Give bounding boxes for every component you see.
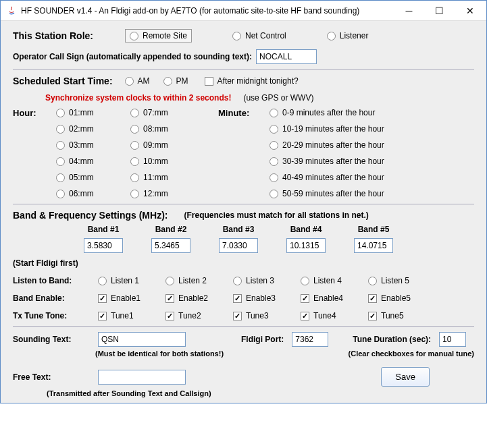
band-header-row: Band & Frequency Settings (MHz): (Freque… bbox=[13, 210, 474, 221]
save-button[interactable]: Save bbox=[381, 367, 430, 387]
enable-2[interactable]: Enable2 bbox=[165, 293, 233, 303]
hour-08[interactable]: 08:mm bbox=[130, 124, 218, 134]
enable-1[interactable]: Enable1 bbox=[98, 293, 165, 303]
tune-1[interactable]: Tune1 bbox=[98, 311, 165, 320]
minimize-button[interactable]: ─ bbox=[394, 1, 424, 20]
tune-4[interactable]: Tune4 bbox=[301, 311, 368, 320]
checkbox-icon bbox=[98, 312, 107, 320]
role-net-control[interactable]: Net Control bbox=[232, 31, 286, 40]
enable-5[interactable]: Enable5 bbox=[368, 293, 436, 303]
enable-3[interactable]: Enable3 bbox=[233, 293, 301, 303]
fldigi-port-input[interactable] bbox=[292, 332, 328, 347]
min-10-19[interactable]: 10-19 minutes after the hour bbox=[270, 124, 474, 134]
role-remote-label: Remote Site bbox=[143, 31, 187, 40]
hour-02[interactable]: 02:mm bbox=[56, 124, 130, 134]
radio-icon bbox=[270, 173, 278, 182]
band-col-5: Band #5 bbox=[340, 225, 407, 253]
band-columns: Band #1 Band #2 Band #3 Band #4 Band #5 bbox=[13, 225, 474, 253]
tune-2[interactable]: Tune2 bbox=[165, 311, 233, 320]
hour-01[interactable]: 01:mm bbox=[56, 108, 130, 117]
enable-4[interactable]: Enable4 bbox=[301, 293, 368, 303]
free-text-label: Free Text: bbox=[13, 372, 94, 382]
operator-callsign-label: Operator Call Sign (automatically append… bbox=[13, 52, 252, 61]
hour-10[interactable]: 10:mm bbox=[130, 157, 218, 166]
checkbox-icon bbox=[301, 312, 309, 320]
hour-06[interactable]: 06:mm bbox=[56, 189, 130, 198]
scheduled-start-row: Scheduled Start Time: AM PM After midnig… bbox=[13, 76, 474, 86]
tune-5[interactable]: Tune5 bbox=[368, 311, 436, 320]
radio-icon bbox=[130, 190, 139, 198]
hour-09[interactable]: 09:mm bbox=[130, 140, 218, 150]
role-listener[interactable]: Listener bbox=[327, 31, 369, 40]
min-00-09[interactable]: 0-9 minutes after the hour bbox=[270, 108, 474, 117]
tune-duration-label: Tune Duration (sec): bbox=[353, 335, 431, 344]
listen-2[interactable]: Listen 2 bbox=[165, 276, 233, 285]
station-role-label: This Station Role: bbox=[13, 30, 114, 41]
enable-label: Band Enable: bbox=[13, 293, 98, 303]
radio-icon bbox=[270, 157, 278, 166]
sync-row: Synchronize system clocks to within 2 se… bbox=[13, 93, 474, 103]
radio-icon bbox=[130, 109, 139, 117]
hours-col-2: 07:mm 08:mm 09:mm 10:mm 11:mm 12:mm bbox=[130, 108, 218, 198]
close-button[interactable]: ✕ bbox=[455, 1, 485, 20]
listen-3[interactable]: Listen 3 bbox=[233, 276, 301, 285]
free-text-note-row: (Transmitted after Sounding Text and Cal… bbox=[13, 387, 474, 397]
maximize-button[interactable]: ☐ bbox=[424, 1, 455, 20]
radio-icon bbox=[130, 157, 139, 166]
checkbox-icon bbox=[98, 294, 107, 303]
role-net-label: Net Control bbox=[245, 31, 286, 40]
radio-icon bbox=[270, 190, 278, 198]
hour-03[interactable]: 03:mm bbox=[56, 140, 130, 150]
hour-05[interactable]: 05:mm bbox=[56, 173, 130, 182]
checkbox-icon bbox=[368, 294, 377, 303]
operator-callsign-row: Operator Call Sign (automatically append… bbox=[13, 49, 474, 64]
band-2-input[interactable] bbox=[151, 238, 190, 253]
window-title: HF SOUNDER v1.4 - An Fldigi add-on by AE… bbox=[21, 6, 394, 16]
free-text-input[interactable] bbox=[98, 370, 186, 385]
operator-callsign-input[interactable] bbox=[256, 49, 317, 64]
band-4-input[interactable] bbox=[286, 238, 326, 253]
hour-12[interactable]: 12:mm bbox=[130, 189, 218, 198]
listen-4[interactable]: Listen 4 bbox=[301, 276, 368, 285]
checkbox-icon bbox=[205, 77, 213, 86]
minute-label: Minute: bbox=[218, 108, 249, 118]
radio-icon bbox=[163, 77, 172, 86]
checkbox-icon bbox=[165, 312, 174, 320]
radio-icon bbox=[130, 141, 139, 150]
tune-3[interactable]: Tune3 bbox=[233, 311, 301, 320]
hour-label: Hour: bbox=[13, 108, 36, 118]
am-option[interactable]: AM bbox=[125, 76, 150, 86]
radio-icon bbox=[130, 32, 138, 40]
radio-icon bbox=[56, 141, 65, 150]
band-5-input[interactable] bbox=[354, 238, 393, 253]
hour-11[interactable]: 11:mm bbox=[130, 173, 218, 182]
min-30-39[interactable]: 30-39 minutes after the hour bbox=[270, 157, 474, 166]
hour-04[interactable]: 04:mm bbox=[56, 157, 130, 166]
radio-icon bbox=[56, 173, 65, 182]
enable-row: Band Enable: Enable1 Enable2 Enable3 Ena… bbox=[13, 293, 474, 303]
role-remote-site[interactable]: Remote Site bbox=[125, 29, 192, 43]
listen-label: Listen to Band: bbox=[13, 276, 98, 285]
radio-icon bbox=[270, 141, 278, 150]
sounding-text-input[interactable] bbox=[98, 332, 186, 347]
band-label: Band & Frequency Settings (MHz): bbox=[13, 210, 168, 221]
radio-icon bbox=[270, 125, 278, 134]
after-midnight-option[interactable]: After midnight tonight? bbox=[205, 76, 299, 86]
radio-icon bbox=[56, 190, 65, 198]
content-panel: This Station Role: Remote Site Net Contr… bbox=[1, 21, 486, 403]
listen-1[interactable]: Listen 1 bbox=[98, 276, 165, 285]
min-40-49[interactable]: 40-49 minutes after the hour bbox=[270, 173, 474, 182]
min-20-29[interactable]: 20-29 minutes after the hour bbox=[270, 140, 474, 150]
min-50-59[interactable]: 50-59 minutes after the hour bbox=[270, 189, 474, 198]
band-1-input[interactable] bbox=[84, 238, 123, 253]
band-3-input[interactable] bbox=[219, 238, 258, 253]
tune-duration-input[interactable] bbox=[439, 332, 466, 347]
checkbox-icon bbox=[301, 294, 309, 303]
tune-row: Tx Tune Tone: Tune1 Tune2 Tune3 Tune4 Tu… bbox=[13, 311, 474, 320]
listen-5[interactable]: Listen 5 bbox=[368, 276, 436, 285]
radio-icon bbox=[301, 277, 309, 285]
hour-07[interactable]: 07:mm bbox=[130, 108, 218, 117]
pm-option[interactable]: PM bbox=[163, 76, 188, 86]
role-listener-label: Listener bbox=[340, 31, 369, 40]
free-text-row: Free Text: Save bbox=[13, 367, 474, 387]
